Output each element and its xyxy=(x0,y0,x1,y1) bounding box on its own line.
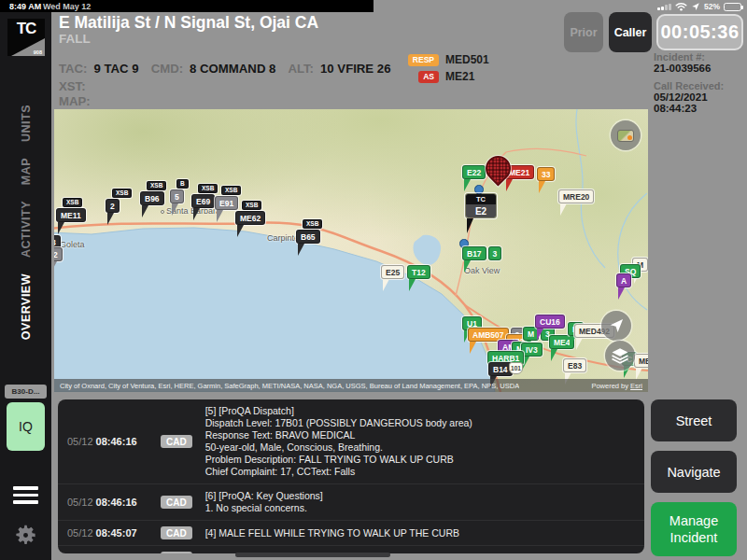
log-entry[interactable]: 05/12 08:46:16CAD[5] [ProQA Dispatch] Di… xyxy=(58,399,644,484)
map-marker-iv3[interactable]: IV3 xyxy=(521,343,543,369)
assignment-unit[interactable]: ME21 xyxy=(445,70,474,83)
marker-group-tag: B xyxy=(176,179,189,189)
map-marker-2[interactable]: XSB2 xyxy=(106,182,132,225)
caller-button[interactable]: Caller xyxy=(609,12,652,52)
incident-info: Incident #: 21-0039566 Call Received: 05… xyxy=(654,51,745,120)
map-attribution: City of Oxnard, City of Ventura, Esri, H… xyxy=(54,379,648,392)
marker-tail xyxy=(560,203,567,216)
cross-street-label: XST: xyxy=(59,79,86,93)
tab-units[interactable]: UNITS xyxy=(20,105,33,142)
cad-source-badge: CAD xyxy=(161,496,192,509)
cad-source-badge: CAD xyxy=(161,552,192,553)
marker-label: T12 xyxy=(407,265,430,279)
unit-id-badge[interactable]: B30-D... xyxy=(5,385,47,399)
map-marker-t12[interactable]: T12 xyxy=(407,265,430,291)
map-marker-33[interactable]: 33 xyxy=(537,167,555,193)
esri-link[interactable]: Esri xyxy=(630,382,642,390)
map-marker-b65[interactable]: XSBB65 xyxy=(296,213,322,256)
assignment-status-badge: RESP xyxy=(408,54,439,66)
marker-tail xyxy=(383,279,389,291)
marker-label: MRE20 xyxy=(558,189,594,203)
tab-map[interactable]: MAP xyxy=(20,158,33,185)
assignment-row: RESPMED501 xyxy=(407,53,489,66)
marker-tail xyxy=(107,213,114,225)
prior-button[interactable]: Prior xyxy=(564,12,603,52)
marker-tail xyxy=(467,218,473,233)
street-view-button[interactable]: Street xyxy=(651,399,737,441)
recenter-button[interactable] xyxy=(601,311,631,341)
menu-icon[interactable] xyxy=(13,486,38,504)
iq-button[interactable]: IQ xyxy=(7,402,45,451)
basemap-toggle-button[interactable] xyxy=(611,120,641,150)
manage-incident-button[interactable]: Manage Incident xyxy=(651,502,737,556)
channel-value: 9 TAC 9 xyxy=(94,62,139,76)
log-message: [6] [ProQA: Key Questions] 1. No special… xyxy=(205,490,635,514)
marker-label: A xyxy=(616,273,631,287)
call-received-label: Call Received: xyxy=(654,80,745,91)
navigate-button[interactable]: Navigate xyxy=(651,451,737,493)
marker-tail xyxy=(142,205,148,217)
marker-label: E83 xyxy=(563,358,586,372)
marker-label: CU16 xyxy=(535,315,565,329)
marker-group-tag: XSB xyxy=(221,186,241,195)
assignment-unit[interactable]: MED501 xyxy=(445,53,489,66)
map-marker-tc-e2[interactable]: TCE2 xyxy=(465,193,497,233)
map-marker-5[interactable]: B5 xyxy=(170,173,189,216)
marker-label: 5 xyxy=(170,189,184,203)
marker-extra-label: 3 xyxy=(488,246,502,260)
map-marker-me62[interactable]: XSBME62 xyxy=(235,194,265,237)
marker-tail xyxy=(470,342,476,354)
settings-gear-icon[interactable] xyxy=(13,523,38,548)
map-marker-b96[interactable]: XSBB96 xyxy=(140,175,166,217)
incident-log[interactable]: 05/12 08:46:16CAD[5] [ProQA Dispatch] Di… xyxy=(58,399,644,553)
call-type: FALL xyxy=(59,32,91,46)
marker-label: E25 xyxy=(381,265,404,279)
layers-icon xyxy=(610,346,630,365)
log-timestamp: 05/12 08:46:16 xyxy=(67,436,161,447)
marker-stack-bottom: E2 xyxy=(466,204,496,217)
marker-tail xyxy=(551,349,557,361)
marker-tail xyxy=(193,208,200,220)
marker-label: 33 xyxy=(537,167,555,181)
map-marker-me[interactable]: ME xyxy=(634,354,648,380)
highway-101-shield: 101 xyxy=(509,362,523,374)
map-marker-mre20[interactable]: MRE20 xyxy=(558,189,594,216)
marker-tail xyxy=(618,287,625,300)
battery-icon xyxy=(724,3,741,11)
map-marker-e25[interactable]: E25 xyxy=(381,265,404,291)
log-timestamp: 05/12 08:45:07 xyxy=(67,527,161,539)
log-entry[interactable]: 05/12 08:45:07CAD[4] MALE FELL WHILE TRY… xyxy=(58,521,644,546)
channel-label: ALT: xyxy=(288,62,314,76)
map-marker-me11[interactable]: XSBME11 xyxy=(56,191,86,234)
map-marker-b17[interactable]: B173 xyxy=(462,246,501,273)
map-marker-a[interactable]: A xyxy=(616,273,631,300)
city-label: Goleta xyxy=(60,240,85,249)
marker-tail xyxy=(217,210,223,222)
tab-activity[interactable]: ACTIVITY xyxy=(20,201,33,258)
marker-group-tag: XSB xyxy=(112,189,132,198)
marker-label: ME11 xyxy=(56,208,86,222)
marker-tail xyxy=(409,279,416,291)
channel-value: 10 VFIRE 26 xyxy=(320,62,391,76)
incident-map[interactable]: Santa BarbaraCarpinteriaOak ViewGoleta X… xyxy=(54,109,648,392)
marker-label: 2 xyxy=(106,199,120,213)
tab-overview[interactable]: OVERVIEW xyxy=(20,273,33,340)
wifi-icon xyxy=(675,2,687,11)
log-entry[interactable]: 05/12 08:46:16CAD[6] [ProQA: Key Questio… xyxy=(58,484,644,521)
map-marker-e22[interactable]: E22 xyxy=(462,165,486,191)
app-logo[interactable]: TC 908 xyxy=(7,19,45,56)
home-indicator[interactable] xyxy=(235,553,390,557)
map-marker-2[interactable]: 2 xyxy=(54,247,63,273)
marker-label: 2 xyxy=(54,247,63,261)
sidebar: TC 908 UNITSMAPACTIVITYOVERVIEW B30-D...… xyxy=(0,0,51,560)
status-time: 8:49 AM xyxy=(9,2,41,11)
elapsed-timer[interactable]: 00:05:36 xyxy=(656,14,743,50)
marker-tail xyxy=(539,181,545,193)
marker-label: ME xyxy=(634,354,648,368)
marker-tail xyxy=(464,179,471,191)
call-received: 05/12/2021 08:44:23 xyxy=(654,91,745,114)
layers-button[interactable] xyxy=(605,341,635,371)
marker-tail xyxy=(172,203,178,216)
channel-row: TAC:9 TAC 9CMD:8 COMMAND 8ALT:10 VFIRE 2… xyxy=(59,62,403,76)
marker-stack-top: TC xyxy=(466,194,496,204)
